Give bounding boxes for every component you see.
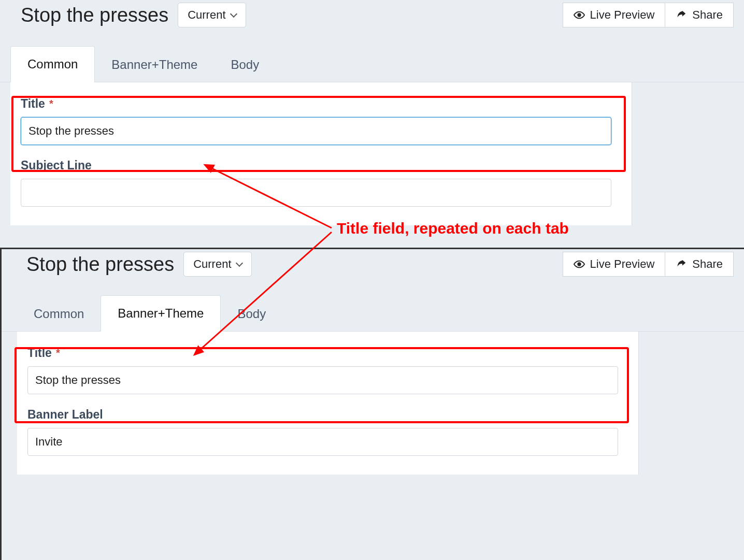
- share-label: Share: [692, 8, 723, 22]
- title-field-block: Title *: [21, 97, 621, 145]
- form-panel: Title * Subject Line: [10, 82, 632, 225]
- banner-label-label: Banner Label: [27, 408, 628, 422]
- banner-label-input[interactable]: [27, 428, 618, 456]
- header-actions: Live Preview Share: [563, 3, 734, 27]
- tabs: Common Banner+Theme Body: [0, 46, 744, 82]
- title-field-block: Title *: [27, 346, 628, 394]
- page-title: Stop the presses: [21, 4, 168, 26]
- share-arrow-icon: [676, 259, 687, 270]
- form-panel: Title * Banner Label: [17, 332, 639, 475]
- share-button[interactable]: Share: [665, 252, 734, 277]
- page-header: Stop the presses Current Live Preview Sh…: [2, 249, 744, 279]
- version-dropdown-label: Current: [188, 8, 225, 22]
- live-preview-label: Live Preview: [590, 8, 655, 22]
- live-preview-label: Live Preview: [590, 257, 655, 271]
- title-label: Title *: [27, 346, 628, 360]
- title-input[interactable]: [21, 117, 611, 145]
- share-label: Share: [692, 257, 723, 271]
- version-dropdown[interactable]: Current: [183, 252, 251, 277]
- required-asterisk-icon: *: [49, 98, 53, 110]
- subject-line-label: Subject Line: [21, 159, 621, 173]
- tabs: Common Banner+Theme Body: [2, 295, 744, 332]
- chevron-down-icon: [235, 260, 242, 267]
- tab-common[interactable]: Common: [17, 296, 101, 332]
- page-header: Stop the presses Current Live Preview Sh…: [0, 0, 744, 30]
- eye-icon: [574, 259, 585, 270]
- title-label-text: Title: [27, 346, 52, 360]
- title-label: Title *: [21, 97, 621, 111]
- tab-banner-theme[interactable]: Banner+Theme: [101, 295, 221, 332]
- svg-point-0: [578, 13, 581, 17]
- share-button[interactable]: Share: [665, 3, 734, 27]
- header-actions: Live Preview Share: [563, 252, 734, 277]
- annotation-callout-text: Title field, repeated on each tab: [337, 220, 569, 237]
- subject-line-field-block: Subject Line: [21, 159, 621, 207]
- screenshot-common-tab: Stop the presses Current Live Preview Sh…: [0, 0, 744, 248]
- screenshot-banner-theme-tab: Stop the presses Current Live Preview Sh…: [0, 248, 744, 560]
- tab-body[interactable]: Body: [221, 296, 282, 332]
- banner-label-field-block: Banner Label: [27, 408, 628, 456]
- title-label-text: Title: [21, 97, 45, 111]
- chevron-down-icon: [230, 10, 237, 18]
- svg-point-1: [578, 263, 581, 266]
- tab-common[interactable]: Common: [10, 46, 95, 82]
- tab-banner-theme[interactable]: Banner+Theme: [95, 47, 214, 82]
- subject-line-input[interactable]: [21, 179, 611, 207]
- share-arrow-icon: [676, 9, 687, 21]
- required-asterisk-icon: *: [56, 347, 60, 359]
- version-dropdown-label: Current: [193, 257, 231, 271]
- eye-icon: [574, 9, 585, 21]
- title-input[interactable]: [27, 366, 618, 394]
- tab-body[interactable]: Body: [214, 47, 276, 82]
- version-dropdown[interactable]: Current: [178, 3, 246, 27]
- page-title: Stop the presses: [26, 253, 174, 276]
- live-preview-button[interactable]: Live Preview: [563, 3, 666, 27]
- live-preview-button[interactable]: Live Preview: [563, 252, 666, 277]
